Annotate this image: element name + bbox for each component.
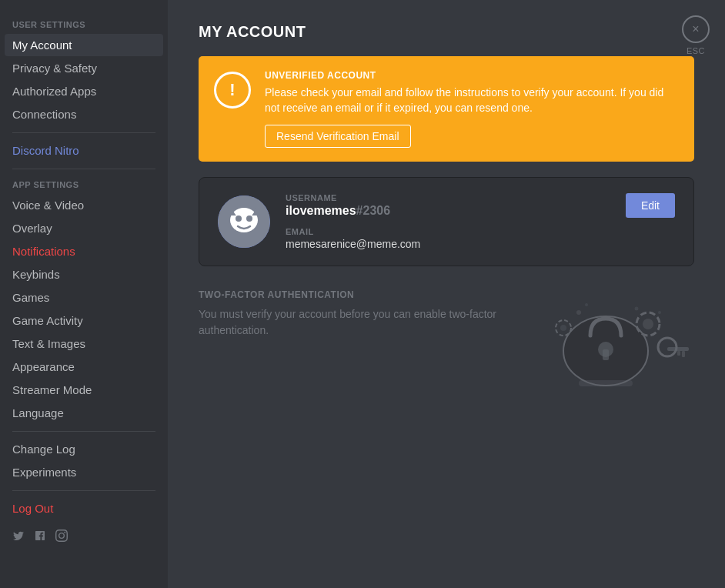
two-factor-body: You must verify your account before you … [199,306,502,339]
username-label: Username [286,193,610,202]
facebook-icon[interactable] [34,530,46,545]
divider-1 [12,132,155,133]
divider-2 [12,169,155,169]
user-settings-label: User Settings [5,15,163,32]
unverified-banner: ! Unverified Account Please check your e… [199,56,694,162]
sidebar-item-my-account[interactable]: My Account [5,34,163,56]
main-content: × ESC My Account ! Unverified Account Pl… [168,0,725,588]
svg-point-8 [643,319,653,329]
twitter-icon[interactable] [12,530,25,545]
svg-point-17 [635,307,639,311]
sidebar-item-notifications[interactable]: Notifications [5,240,163,262]
svg-point-10 [560,325,566,331]
svg-rect-13 [682,351,685,357]
sidebar-item-text-images[interactable]: Text & Images [5,332,163,355]
esc-button[interactable]: × [682,15,710,43]
sidebar-item-connections[interactable]: Connections [5,103,163,125]
two-factor-title: Two-Factor Authentication [199,289,502,300]
esc-label: ESC [687,46,705,55]
svg-point-15 [576,310,581,315]
sidebar-item-overlay[interactable]: Overlay [5,217,163,239]
svg-point-3 [246,215,252,222]
account-card: Username ilovememes#2306 Email memesaren… [199,177,694,266]
avatar [218,195,270,248]
resend-verification-button[interactable]: Resend Verification Email [265,125,411,148]
sidebar-item-experiments[interactable]: Experiments [5,461,163,483]
svg-rect-12 [667,347,689,351]
sidebar-item-appearance[interactable]: Appearance [5,356,163,378]
sidebar-item-game-activity[interactable]: Game Activity [5,309,163,332]
account-email: memesarenice@meme.com [286,238,610,250]
svg-point-16 [585,303,588,306]
email-label: Email [286,227,610,236]
account-username: ilovememes#2306 [286,204,610,218]
svg-rect-6 [603,349,609,360]
unverified-title: Unverified Account [265,70,679,81]
two-factor-section: Two-Factor Authentication You must verif… [199,289,694,397]
sidebar-item-games[interactable]: Games [5,286,163,309]
svg-rect-19 [579,380,633,386]
sidebar: User Settings My Account Privacy & Safet… [0,0,168,588]
edit-button[interactable]: Edit [626,193,675,218]
sidebar-item-authorized-apps[interactable]: Authorized Apps [5,80,163,102]
sidebar-item-language[interactable]: Language [5,402,163,424]
account-info: Username ilovememes#2306 Email memesaren… [286,193,610,250]
unverified-body: Please check your email and follow the i… [265,85,679,115]
sidebar-item-privacy-safety[interactable]: Privacy & Safety [5,57,163,79]
app-settings-label: App Settings [5,175,163,192]
two-factor-text: Two-Factor Authentication You must verif… [199,289,502,339]
page-title: My Account [199,23,694,41]
sidebar-item-voice-video[interactable]: Voice & Video [5,194,163,216]
sidebar-item-discord-nitro[interactable]: Discord Nitro [5,139,163,162]
svg-point-2 [236,215,242,222]
sidebar-item-logout[interactable]: Log Out [5,497,163,520]
instagram-icon[interactable] [55,530,68,545]
sidebar-item-change-log[interactable]: Change Log [5,438,163,460]
sidebar-item-streamer-mode[interactable]: Streamer Mode [5,379,163,401]
divider-3 [12,431,155,432]
unverified-text: Unverified Account Please check your ema… [265,70,679,148]
svg-point-18 [658,311,661,314]
svg-rect-14 [677,351,680,356]
social-icons [5,523,163,551]
unverified-icon: ! [214,72,251,109]
divider-4 [12,490,155,491]
sidebar-item-keybinds[interactable]: Keybinds [5,263,163,286]
esc-button-wrap: × ESC [682,15,710,55]
two-factor-illustration [517,289,694,397]
